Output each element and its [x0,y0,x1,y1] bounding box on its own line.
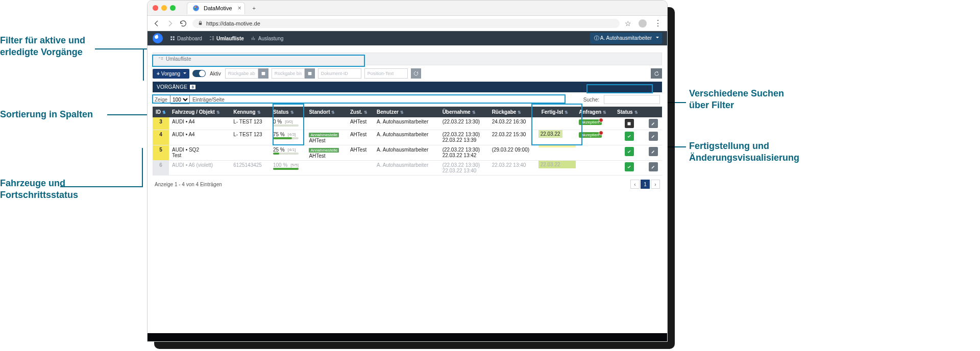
reset-filter-button[interactable] [411,68,421,79]
svg-rect-7 [261,72,265,73]
svg-rect-5 [173,39,175,40]
edit-button[interactable] [649,147,658,156]
user-menu-button[interactable]: ⓘ A. Autohausmitarbeiter [590,33,662,44]
app-navbar: Dashboard Umlaufliste Auslastung ⓘ A. Au… [148,31,667,45]
search-label: Suche: [583,97,599,103]
reload-button[interactable] [651,68,662,79]
column-header[interactable]: Benutzer⇅ [374,107,439,117]
edit-button[interactable] [649,119,658,128]
svg-rect-4 [170,39,172,40]
show-label: Zeige [155,97,167,103]
table-row[interactable]: 4AUDI • A4L- TEST 12375 %[4/3]Annahmeste… [153,130,662,145]
back-icon[interactable] [153,19,161,28]
nav-umlaufliste-label: Umlaufliste [216,36,244,41]
svg-rect-9 [628,122,631,125]
lead-line [60,186,142,187]
table-row[interactable]: 3AUDI • A4L- TEST 1230 %[0/0]AHTestA. Au… [153,117,662,130]
lead-line [143,48,144,81]
entries-label: Einträge/Seite [192,97,225,103]
active-toggle[interactable] [192,70,206,77]
menu-kebab-icon[interactable]: ⋮ [654,18,662,28]
panel-heading: VORGÄNGE 3 [153,82,662,92]
svg-rect-8 [308,72,311,75]
url-text: https://data-motive.de [206,20,260,27]
breadcrumb: Umlaufliste [153,53,662,65]
table-info: Anzeige 1 - 4 von 4 Einträgen [155,182,222,187]
calendar-icon[interactable] [258,68,268,79]
chart-icon [251,36,256,41]
column-header[interactable]: Status⇅ [270,107,306,117]
column-header[interactable] [645,107,662,117]
dashboard-icon [170,36,175,41]
nav-dashboard-label: Dashboard [177,36,202,41]
pagination: ‹ 1 › [630,180,660,189]
close-icon[interactable]: × [238,5,241,12]
list-icon [158,57,163,62]
nav-dashboard[interactable]: Dashboard [170,36,202,41]
date-from-field[interactable] [225,68,268,79]
traffic-light-zoom[interactable] [170,5,176,11]
column-header[interactable]: Status⇅ [614,107,645,117]
calendar-icon[interactable] [305,68,315,79]
page-prev[interactable]: ‹ [630,180,640,189]
edit-button[interactable] [649,132,658,141]
page-next[interactable]: › [651,180,660,189]
nav-auslastung[interactable]: Auslastung [251,36,283,41]
callout-sort: Sortierung in Spalten [0,109,93,120]
panel-title: VORGÄNGE [157,84,187,90]
traffic-light-close[interactable] [153,5,158,11]
traffic-light-minimize[interactable] [161,5,167,11]
date-to-field[interactable] [272,68,315,79]
list-icon [209,36,214,41]
column-header[interactable]: ID⇅ [153,107,169,117]
panel-badge: 3 [190,85,195,89]
search-input[interactable] [604,95,660,104]
status-icon [625,147,634,156]
new-vorgang-label: Vorgang [161,71,180,77]
position-text-input[interactable] [364,68,408,79]
page-current[interactable]: 1 [641,180,650,189]
window-bottom-bezel [148,333,667,341]
address-bar: https://data-motive.de ☆ ⋮ [148,16,667,31]
table-row[interactable]: 5AUDI • SQ2 Test25 %[4/1]AnnahmestelleAH… [153,145,662,161]
column-header[interactable]: Fahrzeug / Objekt⇅ [169,107,230,117]
column-header[interactable]: Anfragen⇅ [576,107,614,117]
browser-tab-title: DataMotive [204,5,232,11]
svg-rect-2 [170,36,172,38]
status-icon [625,162,634,171]
forward-icon[interactable] [166,19,174,28]
vorgaenge-table: ID⇅Fahrzeug / Objekt⇅Kennung⇅Status⇅Stan… [153,107,662,176]
column-header[interactable]: Zust.⇅ [347,107,374,117]
browser-tab[interactable]: DataMotive × [187,2,245,14]
callout-search: Verschiedene Suchen über Filter [689,88,784,111]
nav-umlaufliste[interactable]: Umlaufliste [209,36,244,41]
lead-line [142,148,143,187]
dokument-id-field[interactable] [318,68,361,79]
url-field[interactable]: https://data-motive.de [192,19,620,28]
new-vorgang-button[interactable]: Vorgang [153,69,189,79]
page-size-select[interactable]: 100 [170,95,190,104]
table-row[interactable]: 6AUDI • A6 (violett)6125143425100 %[5/5]… [153,161,662,176]
edit-button[interactable] [649,162,658,171]
date-from-input[interactable] [225,68,258,79]
column-header[interactable]: Rückgabe⇅ [489,107,538,117]
bookmark-star-icon[interactable]: ☆ [625,19,631,28]
new-tab-button[interactable]: + [248,2,260,14]
dokument-id-input[interactable] [318,68,361,79]
active-toggle-label: Aktiv [210,71,221,77]
reload-icon[interactable] [179,19,187,28]
user-icon: ⓘ [594,35,600,41]
google-favicon-icon [192,5,200,12]
column-header[interactable]: Fertig-Ist⇅ [538,107,576,117]
column-header[interactable]: Übernahme⇅ [439,107,489,117]
column-header[interactable]: Standort⇅ [306,107,347,117]
status-icon [625,132,634,141]
callout-filter: Filter für aktive und erledigte Vorgänge [0,35,85,58]
profile-avatar[interactable] [639,19,647,28]
browser-window: DataMotive × + https://data-motive.de ☆ … [147,0,668,342]
app-logo-icon [153,33,163,43]
date-to-input[interactable] [272,68,305,79]
column-header[interactable]: Kennung⇅ [230,107,270,117]
position-text-field[interactable] [364,68,408,79]
lock-icon [198,20,203,26]
